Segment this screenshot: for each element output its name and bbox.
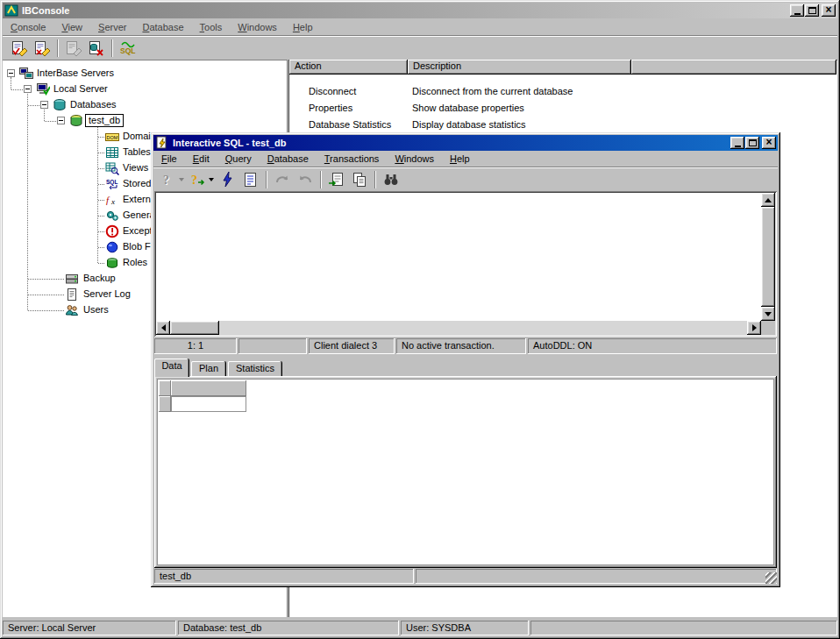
- ibconsole-window: IBConsole × Console View Server Database…: [0, 0, 840, 639]
- scroll-left-button[interactable]: [156, 321, 170, 335]
- maximize-icon: [808, 7, 816, 14]
- maximize-button[interactable]: [805, 4, 819, 17]
- scroll-right-button[interactable]: [747, 321, 761, 335]
- undo-button-disabled[interactable]: [294, 169, 317, 190]
- vertical-scroll-thumb[interactable]: [761, 207, 775, 307]
- minimize-button[interactable]: [730, 137, 744, 149]
- vertical-scrollbar[interactable]: [761, 193, 775, 321]
- menu-console[interactable]: Console: [3, 20, 53, 34]
- tab-data[interactable]: Data: [154, 359, 189, 377]
- redo-button-disabled[interactable]: [271, 169, 294, 190]
- sql-input-area[interactable]: [156, 193, 761, 321]
- tree-item-interbase-servers[interactable]: InterBase Servers: [3, 66, 285, 82]
- scroll-up-button[interactable]: [761, 193, 775, 207]
- horizontal-scroll-thumb[interactable]: [170, 321, 219, 335]
- copy-button[interactable]: [348, 169, 371, 190]
- tree-item-databases[interactable]: Databases: [3, 97, 285, 113]
- status-empty: [238, 338, 307, 354]
- menu-help[interactable]: Help: [442, 152, 478, 166]
- script-button[interactable]: [239, 169, 262, 190]
- tab-statistics[interactable]: Statistics: [228, 361, 282, 377]
- toolbar-separator: [57, 39, 59, 57]
- toolbar-separator: [111, 39, 113, 57]
- action-cell: Database Statistics: [309, 117, 391, 133]
- collapse-toggle-icon[interactable]: [24, 85, 32, 93]
- scroll-down-button[interactable]: [761, 307, 775, 321]
- collapse-toggle-icon[interactable]: [7, 69, 15, 77]
- close-button[interactable]: ×: [762, 137, 776, 149]
- list-header: Action Description: [289, 60, 836, 75]
- tree-connector: [98, 153, 104, 153]
- status-filler: [416, 569, 777, 584]
- menu-server[interactable]: Server: [90, 20, 134, 34]
- horizontal-scrollbar[interactable]: [156, 321, 761, 335]
- interactive-sql-button[interactable]: SQL: [117, 38, 139, 59]
- status-current-database: test_db: [154, 569, 414, 584]
- tree-connector: [28, 105, 39, 106]
- left-arrow-icon: [161, 324, 166, 331]
- unregister-database-button[interactable]: [85, 38, 108, 59]
- action-cell: Properties: [309, 100, 352, 117]
- menu-transactions[interactable]: Transactions: [317, 152, 388, 166]
- menu-file[interactable]: File: [153, 152, 185, 166]
- menu-query[interactable]: Query: [217, 152, 260, 166]
- tree-connector: [98, 247, 104, 248]
- menu-edit[interactable]: Edit: [185, 152, 217, 166]
- load-script-button[interactable]: [325, 169, 348, 190]
- list-item-database-statistics[interactable]: Database Statistics Display database sta…: [289, 117, 836, 133]
- list-item-disconnect[interactable]: Disconnect Disconnect from the current d…: [289, 83, 836, 100]
- grid-column-header[interactable]: [171, 380, 246, 396]
- menu-tools[interactable]: Tools: [192, 20, 231, 34]
- tree-item-label: Views: [120, 162, 151, 174]
- tree-item-test-db[interactable]: test_db: [3, 113, 285, 129]
- svg-text:SQL: SQL: [106, 179, 117, 186]
- tab-plan[interactable]: Plan: [191, 361, 226, 377]
- main-titlebar[interactable]: IBConsole ×: [3, 3, 837, 18]
- column-header-action[interactable]: Action: [289, 60, 408, 75]
- collapse-toggle-icon[interactable]: [57, 117, 65, 124]
- column-header-description[interactable]: Description: [408, 60, 631, 75]
- register-database-button[interactable]: [31, 38, 53, 59]
- up-arrow-icon: [765, 198, 772, 202]
- server-properties-button-disabled[interactable]: [62, 38, 85, 59]
- menu-windows[interactable]: Windows: [387, 152, 442, 166]
- roles-icon: [105, 256, 119, 270]
- tree-connector: [11, 89, 23, 90]
- resize-grip[interactable]: [765, 572, 777, 584]
- menu-database[interactable]: Database: [134, 20, 191, 34]
- status-server: Server: Local Server: [3, 621, 176, 635]
- menu-view[interactable]: View: [53, 20, 90, 34]
- prepare-button[interactable]: ?: [187, 169, 217, 190]
- tree-item-local-server[interactable]: Local Server: [3, 82, 285, 97]
- main-menubar: Console View Server Database Tools Windo…: [3, 19, 321, 35]
- down-arrow-icon: [765, 312, 772, 316]
- close-button[interactable]: ×: [822, 4, 836, 17]
- minimize-button[interactable]: [790, 4, 804, 17]
- isql-app-icon: [155, 136, 169, 150]
- menu-windows[interactable]: Windows: [230, 20, 285, 34]
- sql-editor: [154, 191, 777, 337]
- status-user: User: SYSDBA: [401, 621, 529, 635]
- isql-titlebar[interactable]: Interactive SQL - test_db ×: [153, 135, 778, 151]
- menu-help[interactable]: Help: [285, 20, 321, 34]
- grid-cell[interactable]: [171, 396, 246, 412]
- prepare-button-disabled[interactable]: ??: [157, 169, 187, 190]
- execute-button[interactable]: [217, 169, 239, 190]
- register-server-button[interactable]: [8, 38, 31, 59]
- menu-database[interactable]: Database: [260, 152, 317, 166]
- isql-window-title: Interactive SQL - test_db: [173, 138, 730, 148]
- collapse-toggle-icon[interactable]: [40, 101, 48, 109]
- maximize-icon: [749, 139, 757, 146]
- right-arrow-icon: [752, 324, 757, 331]
- column-header-filler: [631, 60, 836, 75]
- tree-connector: [98, 263, 104, 264]
- svg-text:SQL: SQL: [120, 46, 135, 55]
- find-button[interactable]: [380, 169, 402, 190]
- list-item-properties[interactable]: Properties Show database properties: [289, 100, 836, 117]
- svg-text:x: x: [110, 197, 115, 206]
- svg-text:?: ?: [191, 174, 197, 187]
- window-title: IBConsole: [22, 5, 790, 16]
- tree-connector: [98, 231, 104, 232]
- grid-corner-cell: [159, 380, 171, 396]
- maximize-button[interactable]: [745, 137, 759, 149]
